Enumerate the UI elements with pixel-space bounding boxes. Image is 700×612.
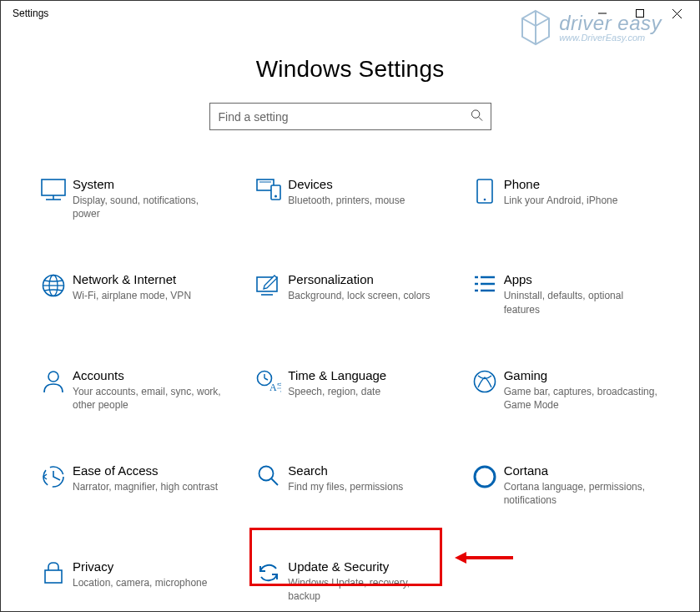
tile-title: System xyxy=(73,177,226,191)
tile-desc: Wi-Fi, airplane mode, VPN xyxy=(73,289,226,302)
tile-title: Phone xyxy=(504,177,657,191)
cortana-icon xyxy=(466,463,504,488)
search-tile-icon xyxy=(249,463,288,487)
tile-privacy[interactable]: Privacy Location, camera, microphone xyxy=(31,554,238,608)
paint-icon xyxy=(249,272,288,296)
tile-devices[interactable]: Devices Bluetooth, printers, mouse xyxy=(246,172,453,225)
tile-network[interactable]: Network & Internet Wi-Fi, airplane mode,… xyxy=(31,267,238,321)
minimize-button[interactable] xyxy=(583,1,621,26)
tile-desc: Display, sound, notifications, power xyxy=(73,194,226,220)
tile-title: Update & Security xyxy=(288,559,441,574)
tile-gaming[interactable]: Gaming Game bar, captures, broadcasting,… xyxy=(462,363,669,417)
tile-title: Accounts xyxy=(73,368,226,382)
tile-system[interactable]: System Display, sound, notifications, po… xyxy=(31,172,238,225)
search-container xyxy=(209,103,491,130)
tile-desc: Your accounts, email, sync, work, other … xyxy=(73,385,226,412)
titlebar: Settings xyxy=(1,1,699,26)
tile-title: Personalization xyxy=(288,272,441,286)
window-title: Settings xyxy=(4,8,48,19)
tile-desc: Bluetooth, printers, mouse xyxy=(288,194,441,207)
update-icon xyxy=(249,559,288,584)
svg-point-4 xyxy=(471,109,479,117)
tile-ease-of-access[interactable]: Ease of Access Narrator, magnifier, high… xyxy=(31,458,238,512)
tile-desc: Uninstall, defaults, optional features xyxy=(504,289,657,316)
page-heading: Windows Settings xyxy=(1,56,699,83)
person-icon xyxy=(34,368,73,393)
xbox-icon xyxy=(466,368,504,393)
tile-update-security[interactable]: Update & Security Windows Update, recove… xyxy=(246,554,453,608)
svg-point-26 xyxy=(48,372,58,382)
svg-point-14 xyxy=(483,199,486,201)
svg-point-31 xyxy=(474,371,495,392)
ease-of-access-icon xyxy=(34,463,73,488)
svg-rect-36 xyxy=(45,570,62,583)
maximize-button[interactable] xyxy=(621,1,658,26)
apps-icon xyxy=(466,272,504,294)
watermark-line2: www.DriverEasy.com xyxy=(559,33,662,43)
tile-desc: Narrator, magnifier, high contrast xyxy=(73,480,226,493)
tile-title: Cortana xyxy=(504,463,657,478)
phone-icon xyxy=(466,177,504,204)
svg-line-29 xyxy=(264,378,268,380)
close-button[interactable] xyxy=(658,1,696,26)
tile-cortana[interactable]: Cortana Cortana language, permissions, n… xyxy=(462,458,669,512)
search-icon[interactable] xyxy=(471,109,483,124)
tile-title: Privacy xyxy=(73,559,226,574)
tile-desc: Windows Update, recovery, backup xyxy=(288,576,441,603)
svg-rect-1 xyxy=(636,10,643,18)
devices-icon xyxy=(249,177,288,200)
tile-desc: Speech, region, date xyxy=(288,385,441,398)
tile-desc: Game bar, captures, broadcasting, Game M… xyxy=(504,385,657,412)
tile-accounts[interactable]: Accounts Your accounts, email, sync, wor… xyxy=(31,363,238,417)
tile-phone[interactable]: Phone Link your Android, iPhone xyxy=(462,172,669,225)
lock-icon xyxy=(34,559,73,584)
svg-point-35 xyxy=(475,467,495,487)
tile-desc: Cortana language, permissions, notificat… xyxy=(504,480,657,507)
svg-line-5 xyxy=(478,117,481,120)
tile-title: Devices xyxy=(288,177,441,191)
tile-search[interactable]: Search Find my files, permissions xyxy=(246,458,453,512)
time-language-icon: A字 xyxy=(249,368,288,393)
system-icon xyxy=(34,177,73,200)
globe-icon xyxy=(34,272,73,297)
svg-point-12 xyxy=(274,195,277,198)
tile-title: Gaming xyxy=(504,368,657,382)
svg-line-34 xyxy=(272,479,279,486)
tile-desc: Location, camera, microphone xyxy=(73,576,226,589)
tile-personalization[interactable]: Personalization Background, lock screen,… xyxy=(246,267,453,321)
tile-time-language[interactable]: A字 Time & Language Speech, region, date xyxy=(246,363,453,417)
tile-desc: Background, lock screen, colors xyxy=(288,289,441,302)
svg-text:A字: A字 xyxy=(269,382,281,393)
tile-title: Network & Internet xyxy=(73,272,226,286)
tile-title: Apps xyxy=(504,272,657,286)
tile-desc: Link your Android, iPhone xyxy=(504,194,657,207)
svg-point-33 xyxy=(259,467,274,481)
tile-title: Search xyxy=(288,463,441,478)
tile-title: Time & Language xyxy=(288,368,441,382)
tile-title: Ease of Access xyxy=(73,463,226,478)
tile-desc: Find my files, permissions xyxy=(288,480,441,493)
svg-rect-6 xyxy=(42,180,65,195)
tile-apps[interactable]: Apps Uninstall, defaults, optional featu… xyxy=(462,267,669,321)
search-input[interactable] xyxy=(209,103,491,130)
settings-grid: System Display, sound, notifications, po… xyxy=(1,172,699,608)
